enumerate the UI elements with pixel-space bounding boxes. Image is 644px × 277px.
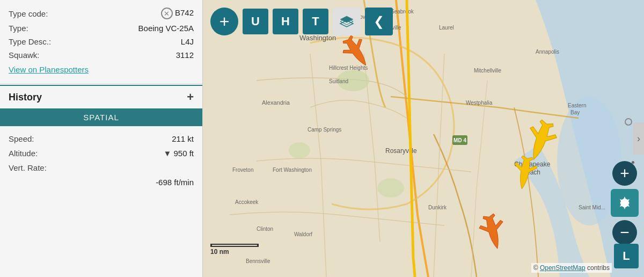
- svg-text:Seabrook: Seabrook: [391, 9, 414, 14]
- flight-data-section: Speed: 211 kt Altitude: ▼950 ft Vert. Ra…: [0, 126, 202, 195]
- svg-text:Waldorf: Waldorf: [294, 231, 312, 237]
- settings-button[interactable]: [611, 189, 639, 217]
- svg-text:Accokeek: Accokeek: [235, 199, 259, 205]
- history-add-button[interactable]: +: [187, 91, 194, 103]
- vert-rate-label: Vert. Rate:: [9, 163, 47, 172]
- history-title: History: [9, 92, 42, 103]
- svg-text:Bay: Bay: [570, 110, 580, 115]
- left-panel: Type code: ✕B742 Type: Boeing VC-25A Typ…: [0, 0, 203, 277]
- scroll-indicator: [625, 118, 632, 126]
- vert-rate-row: Vert. Rate:: [9, 161, 194, 175]
- svg-text:Bennsville: Bennsville: [246, 258, 270, 264]
- svg-text:Rosaryville: Rosaryville: [385, 147, 417, 155]
- gear-icon: [617, 195, 633, 211]
- divider-1: [0, 83, 202, 84]
- squawk-value: 3112: [176, 50, 194, 60]
- type-code-row: Type code: ✕B742: [9, 5, 194, 21]
- svg-text:Camp Springs: Camp Springs: [308, 127, 341, 133]
- chevron-right-icon: ›: [637, 133, 640, 144]
- type-row: Type: Boeing VC-25A: [9, 21, 194, 35]
- history-header: History +: [0, 85, 202, 108]
- altitude-label: Altitude:: [9, 149, 38, 158]
- planespotters-link[interactable]: View on Planespotters: [9, 65, 89, 74]
- svg-text:Hillcrest Heights: Hillcrest Heights: [329, 65, 368, 71]
- map-t-button[interactable]: T: [303, 9, 328, 34]
- info-section: Type code: ✕B742 Type: Boeing VC-25A Typ…: [0, 0, 202, 82]
- osm-attribution: © OpenStreetMap contribs: [531, 263, 612, 273]
- planespotters-row: View on Planespotters: [9, 62, 194, 77]
- map-add-button[interactable]: +: [210, 8, 238, 35]
- svg-text:Laurel: Laurel: [439, 25, 454, 31]
- map-collapse-button[interactable]: ›: [633, 122, 644, 155]
- speed-label: Speed:: [9, 134, 34, 143]
- svg-text:Fort Washington: Fort Washington: [273, 167, 312, 173]
- svg-marker-32: [340, 16, 353, 23]
- svg-text:Saint Mid...: Saint Mid...: [579, 205, 605, 210]
- squawk-label: Squawk:: [9, 50, 40, 60]
- type-value: Boeing VC-25A: [138, 24, 194, 33]
- speed-row: Speed: 211 kt: [9, 132, 194, 146]
- svg-point-3: [289, 142, 310, 158]
- type-desc-label: Type Desc.:: [9, 37, 51, 46]
- vert-rate-value-row: -698 ft/min: [9, 175, 194, 189]
- map-l-button[interactable]: L: [614, 244, 639, 268]
- down-arrow-icon: ▼: [164, 149, 172, 158]
- svg-text:MD 4: MD 4: [453, 137, 466, 143]
- scale-bar: [210, 244, 259, 247]
- svg-text:Annapolis: Annapolis: [536, 49, 559, 55]
- attribution-text: contribs: [587, 264, 610, 272]
- squawk-row: Squawk: 3112: [9, 48, 194, 62]
- scale-label: 10 nm: [210, 248, 229, 256]
- svg-text:Westphalia: Westphalia: [466, 100, 493, 106]
- zoom-in-button[interactable]: +: [612, 161, 637, 186]
- svg-text:Froveton: Froveton: [232, 167, 253, 173]
- type-code-label: Type code:: [9, 9, 48, 18]
- vert-rate-number: -698 ft/min: [156, 178, 194, 187]
- altitude-value: ▼950 ft: [164, 149, 194, 158]
- map-u-button[interactable]: U: [243, 9, 268, 34]
- map-h-button[interactable]: H: [273, 9, 298, 34]
- map-back-button[interactable]: ❮: [365, 8, 393, 35]
- zoom-gear-controls: + −: [611, 161, 639, 245]
- map-svg: Washington Alexandria Camp Springs Fort …: [203, 0, 644, 277]
- close-badge-icon[interactable]: ✕: [161, 8, 173, 19]
- map-area: Washington Alexandria Camp Springs Fort …: [203, 0, 644, 277]
- altitude-row: Altitude: ▼950 ft: [9, 146, 194, 161]
- map-top-controls: + U H T ❮: [210, 8, 393, 35]
- type-desc-value: L4J: [181, 37, 194, 46]
- zoom-out-button[interactable]: −: [612, 220, 637, 245]
- svg-text:Dunkirk: Dunkirk: [428, 205, 447, 210]
- svg-text:Suitland: Suitland: [329, 78, 348, 84]
- type-desc-row: Type Desc.: L4J: [9, 35, 194, 48]
- layers-icon: [339, 14, 354, 29]
- svg-point-4: [377, 178, 404, 198]
- type-label: Type:: [9, 24, 28, 33]
- openstreetmap-link[interactable]: OpenStreetMap: [540, 264, 586, 272]
- map-scale: 10 nm: [210, 244, 259, 256]
- spatial-bar: SPATIAL: [0, 108, 202, 126]
- svg-text:Alexandria: Alexandria: [262, 99, 290, 106]
- type-code-value: ✕B742: [161, 8, 194, 19]
- svg-text:Eastern: Eastern: [568, 103, 586, 108]
- svg-text:Mitchellville: Mitchellville: [474, 68, 502, 74]
- speed-value: 211 kt: [172, 134, 194, 143]
- svg-text:Clinton: Clinton: [257, 226, 273, 232]
- map-layers-button[interactable]: [333, 8, 361, 35]
